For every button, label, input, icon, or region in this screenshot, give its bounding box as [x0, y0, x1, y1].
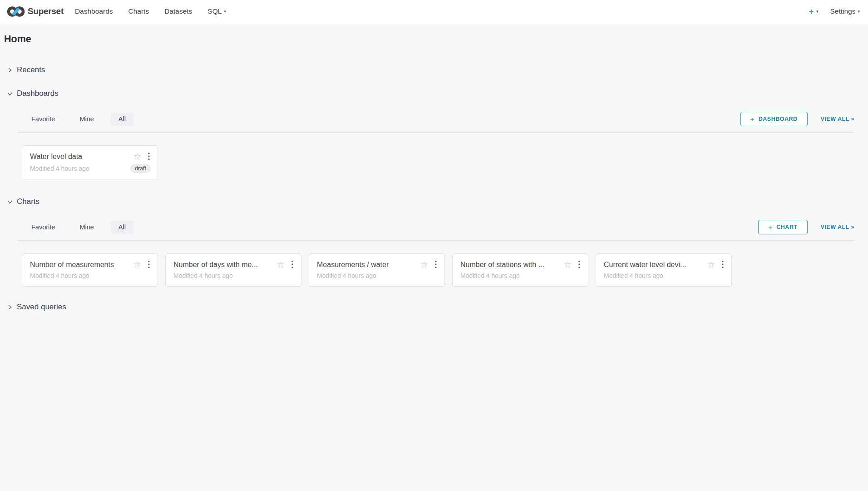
chart-card[interactable]: Number of measurements ☆ Modified 4 hour… — [22, 253, 158, 287]
caret-down-icon: ▾ — [858, 10, 860, 14]
chevron-right-icon — [6, 67, 13, 73]
kebab-menu-icon[interactable] — [577, 260, 581, 269]
dashboards-section-body: Favorite Mine All + DASHBOARD VIEW ALL »… — [17, 112, 854, 179]
tab-favorite[interactable]: Favorite — [24, 221, 63, 234]
settings-menu[interactable]: Settings ▾ — [830, 7, 860, 15]
kebab-menu-icon[interactable] — [721, 260, 725, 269]
favorite-star-icon[interactable]: ☆ — [277, 260, 285, 269]
chart-card[interactable]: Number of stations with ... ☆ Modified 4… — [452, 253, 588, 287]
chevron-down-icon — [6, 90, 13, 97]
favorite-star-icon[interactable]: ☆ — [133, 152, 141, 161]
chart-card[interactable]: Measurements / water ☆ Modified 4 hours … — [309, 253, 445, 287]
nav-menu: Dashboards Charts Datasets SQL ▾ — [75, 7, 242, 15]
chart-card[interactable]: Current water level devi... ☆ Modified 4… — [596, 253, 732, 287]
charts-view-all-link[interactable]: VIEW ALL » — [821, 224, 854, 230]
favorite-star-icon[interactable]: ☆ — [133, 260, 141, 269]
chart-card-row: Number of measurements ☆ Modified 4 hour… — [22, 253, 854, 287]
nav-right: + ▾ Settings ▾ — [809, 7, 860, 16]
top-navbar: Superset Dashboards Charts Datasets SQL … — [0, 0, 868, 23]
dashboards-view-all-link[interactable]: VIEW ALL » — [821, 116, 854, 122]
modified-timestamp: Modified 4 hours ago — [604, 272, 725, 280]
brand-name: Superset — [28, 6, 64, 16]
section-header-recents[interactable]: Recents — [6, 65, 854, 74]
section-header-dashboards[interactable]: Dashboards — [6, 89, 854, 98]
superset-infinity-icon — [7, 5, 25, 18]
page-title: Home — [0, 23, 868, 45]
favorite-star-icon[interactable]: ☆ — [564, 260, 572, 269]
divider — [17, 240, 854, 241]
favorite-star-icon[interactable]: ☆ — [420, 260, 428, 269]
chart-card-title[interactable]: Current water level devi... — [604, 260, 704, 269]
tab-all[interactable]: All — [111, 221, 133, 234]
draft-status-badge: draft — [130, 164, 151, 173]
charts-tabs: Favorite Mine All — [24, 221, 133, 234]
chart-card-title[interactable]: Number of days with me... — [173, 260, 273, 269]
modified-timestamp: Modified 4 hours ago — [30, 165, 130, 173]
tab-favorite[interactable]: Favorite — [24, 113, 63, 126]
modified-timestamp: Modified 4 hours ago — [317, 272, 438, 280]
kebab-menu-icon[interactable] — [434, 260, 438, 269]
section-header-saved-queries[interactable]: Saved queries — [6, 303, 854, 312]
home-content: Recents Dashboards Favorite Mine All + D… — [0, 65, 868, 312]
dashboard-card[interactable]: Water level data ☆ Modified 4 hours ago … — [22, 145, 158, 179]
chart-card-title[interactable]: Number of measurements — [30, 260, 130, 269]
tab-mine[interactable]: Mine — [72, 221, 101, 234]
dashboard-card-row: Water level data ☆ Modified 4 hours ago … — [22, 145, 854, 179]
nav-item-charts[interactable]: Charts — [128, 7, 149, 15]
dashboards-tabs: Favorite Mine All — [24, 113, 133, 126]
favorite-star-icon[interactable]: ☆ — [707, 260, 715, 269]
kebab-menu-icon[interactable] — [147, 152, 151, 161]
plus-icon: + — [809, 7, 814, 16]
section-header-charts[interactable]: Charts — [6, 197, 854, 206]
caret-down-icon: ▾ — [816, 10, 819, 14]
chart-card[interactable]: Number of days with me... ☆ Modified 4 h… — [165, 253, 301, 287]
chart-card-title[interactable]: Number of stations with ... — [460, 260, 560, 269]
kebab-menu-icon[interactable] — [291, 260, 294, 269]
modified-timestamp: Modified 4 hours ago — [460, 272, 581, 280]
caret-down-icon: ▾ — [224, 10, 226, 14]
add-dashboard-button[interactable]: + DASHBOARD — [740, 112, 808, 126]
new-item-dropdown[interactable]: + ▾ — [809, 7, 819, 16]
dashboard-card-title[interactable]: Water level data — [30, 152, 130, 161]
plus-icon: + — [750, 115, 755, 123]
modified-timestamp: Modified 4 hours ago — [173, 272, 294, 280]
modified-timestamp: Modified 4 hours ago — [30, 272, 151, 280]
divider — [17, 132, 854, 133]
tab-mine[interactable]: Mine — [72, 113, 101, 126]
tab-all[interactable]: All — [111, 113, 133, 126]
chart-card-title[interactable]: Measurements / water — [317, 260, 417, 269]
nav-item-sql[interactable]: SQL ▾ — [207, 7, 226, 15]
add-chart-button[interactable]: + CHART — [758, 220, 808, 234]
nav-item-datasets[interactable]: Datasets — [164, 7, 192, 15]
superset-logo[interactable]: Superset — [7, 5, 64, 18]
plus-icon: + — [768, 223, 772, 231]
kebab-menu-icon[interactable] — [147, 260, 151, 269]
charts-section-body: Favorite Mine All + CHART VIEW ALL » Num… — [17, 220, 854, 287]
chevron-down-icon — [6, 198, 13, 205]
nav-item-dashboards[interactable]: Dashboards — [75, 7, 113, 15]
chevron-right-icon — [6, 304, 13, 310]
